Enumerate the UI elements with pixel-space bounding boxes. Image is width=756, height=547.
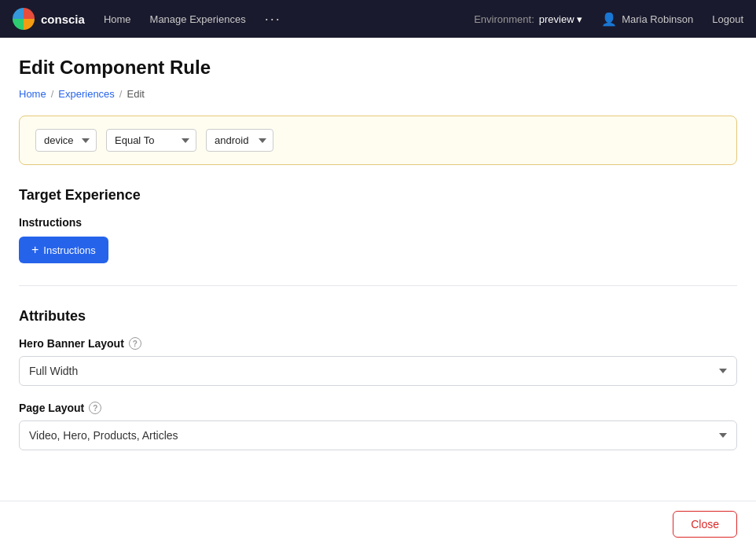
condition-operator-select[interactable]: Equal To Not Equal To [106,129,196,152]
target-experience-title: Target Experience [19,187,737,204]
page-layout-help-icon[interactable]: ? [89,402,101,414]
hero-banner-layout-select-wrap: Full Width Centered Split [19,356,737,386]
close-button[interactable]: Close [673,511,737,538]
page-layout-field: Page Layout ? Video, Hero, Products, Art… [19,402,737,450]
breadcrumb-experiences[interactable]: Experiences [58,88,115,100]
breadcrumb: Home / Experiences / Edit [19,88,737,100]
hero-banner-layout-label: Hero Banner Layout ? [19,337,737,350]
brand-logo: conscia [13,8,85,30]
hero-banner-layout-field: Hero Banner Layout ? Full Width Centered… [19,337,737,386]
nav-manage-experiences[interactable]: Manage Experiences [150,13,246,25]
brand-name: conscia [41,13,85,26]
condition-field-select[interactable]: device [35,129,97,152]
attributes-section: Attributes Hero Banner Layout ? Full Wid… [19,308,737,450]
user-name: Maria Robinson [622,13,693,25]
instructions-label: Instructions [19,216,737,229]
page-content: Edit Component Rule Home / Experiences /… [0,38,756,547]
page-layout-select[interactable]: Video, Hero, Products, Articles Hero, Pr… [19,420,737,450]
breadcrumb-sep-2: / [119,88,123,100]
user-icon: 👤 [601,12,617,27]
page-layout-select-wrap: Video, Hero, Products, Articles Hero, Pr… [19,420,737,450]
page-layout-label: Page Layout ? [19,402,737,414]
hero-banner-layout-help-icon[interactable]: ? [129,337,141,350]
target-experience-section: Target Experience Instructions + Instruc… [19,187,737,263]
conscia-logo-icon [13,8,35,30]
add-instructions-label: Instructions [43,244,95,256]
plus-icon: + [31,243,39,257]
environment-selector: Environment: preview [474,13,582,25]
page-title: Edit Component Rule [19,57,737,79]
condition-card: device Equal To Not Equal To android ios… [19,116,737,165]
breadcrumb-sep-1: / [51,88,54,100]
footer-bar: Close [0,501,756,547]
condition-row: device Equal To Not Equal To android ios… [35,129,721,152]
add-instructions-button[interactable]: + Instructions [19,237,108,263]
user-info: 👤 Maria Robinson [601,12,693,27]
env-value[interactable]: preview [539,13,582,25]
hero-banner-layout-select[interactable]: Full Width Centered Split [19,356,737,386]
nav-home[interactable]: Home [104,13,131,25]
nav-more[interactable]: ··· [265,11,281,28]
page-layout-label-text: Page Layout [19,402,84,414]
section-divider [19,285,737,286]
condition-value-select[interactable]: android ios desktop [206,129,273,152]
breadcrumb-home[interactable]: Home [19,88,46,100]
navbar: conscia Home Manage Experiences ··· Envi… [0,0,756,38]
breadcrumb-current: Edit [127,88,144,100]
env-label: Environment: [474,13,534,25]
hero-banner-layout-label-text: Hero Banner Layout [19,337,124,350]
attributes-title: Attributes [19,308,737,325]
logout-button[interactable]: Logout [712,13,743,25]
